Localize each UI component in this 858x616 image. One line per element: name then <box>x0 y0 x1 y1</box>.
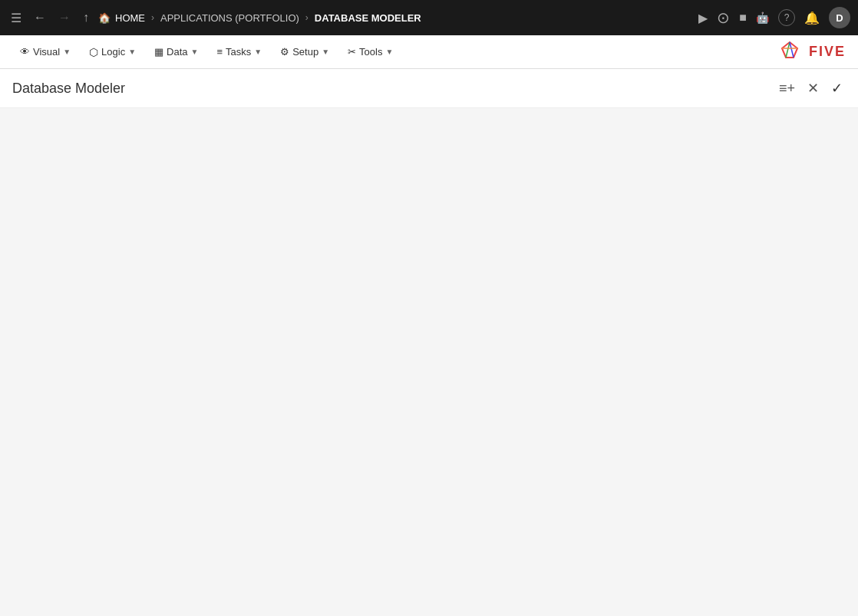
data-menu[interactable]: ▦ Data ▼ <box>147 41 206 62</box>
save-button[interactable]: ✓ <box>828 77 846 100</box>
breadcrumb-home[interactable]: 🏠 HOME <box>98 12 145 24</box>
top-navigation: ☰ ← → ↑ 🏠 HOME › APPLICATIONS (PORTFOLIO… <box>0 0 858 35</box>
five-logo <box>771 41 809 64</box>
breadcrumb-arrow-2: › <box>305 12 309 23</box>
five-logo-area: FIVE <box>771 41 846 64</box>
five-text: FIVE <box>809 44 846 60</box>
close-button[interactable]: ✕ <box>804 77 822 100</box>
forward-icon[interactable]: → <box>55 8 74 28</box>
logic-icon: ⬡ <box>89 46 98 58</box>
data-caret: ▼ <box>191 48 199 56</box>
tasks-menu[interactable]: ≡ Tasks ▼ <box>209 41 269 62</box>
back-icon[interactable]: ← <box>31 8 49 28</box>
breadcrumb-portfolio[interactable]: APPLICATIONS (PORTFOLIO) <box>160 12 299 24</box>
tools-caret: ▼ <box>385 48 393 56</box>
page-header: Database Modeler ≡+ ✕ ✓ <box>0 69 858 108</box>
tasks-icon: ≡ <box>216 46 223 58</box>
robot-icon[interactable]: 🤖 <box>756 12 769 24</box>
logic-caret: ▼ <box>128 48 136 56</box>
second-nav-left: 👁 Visual ▼ ⬡ Logic ▼ ▦ Data ▼ ≡ Tasks ▼ … <box>12 41 401 63</box>
menu-icon[interactable]: ☰ <box>8 8 25 28</box>
setup-menu[interactable]: ⚙ Setup ▼ <box>272 41 337 62</box>
data-icon: ▦ <box>154 46 163 58</box>
second-navigation: 👁 Visual ▼ ⬡ Logic ▼ ▦ Data ▼ ≡ Tasks ▼ … <box>0 35 858 69</box>
setup-icon: ⚙ <box>280 46 289 58</box>
tasks-caret: ▼ <box>254 48 262 56</box>
logic-menu[interactable]: ⬡ Logic ▼ <box>81 41 144 63</box>
breadcrumb-arrow-1: › <box>151 12 154 23</box>
page-actions: ≡+ ✕ ✓ <box>776 77 846 100</box>
visual-icon: 👁 <box>20 46 30 58</box>
page-title: Database Modeler <box>12 81 125 97</box>
help-icon[interactable]: ? <box>778 9 795 26</box>
tools-icon: ✂ <box>348 46 356 58</box>
user-avatar[interactable]: D <box>829 7 850 28</box>
preview-icon[interactable]: ⊙ <box>717 8 730 27</box>
add-table-button[interactable]: ≡+ <box>776 77 798 100</box>
tools-menu[interactable]: ✂ Tools ▼ <box>340 41 401 62</box>
up-icon[interactable]: ↑ <box>80 8 92 28</box>
bell-icon[interactable]: 🔔 <box>804 11 820 25</box>
nav-right-actions: ▶ ⊙ ■ 🤖 ? 🔔 D <box>698 7 850 28</box>
visual-caret: ▼ <box>63 48 71 56</box>
breadcrumb-current: DATABASE MODELER <box>315 12 421 24</box>
setup-caret: ▼ <box>322 48 329 56</box>
play-icon[interactable]: ▶ <box>698 11 708 25</box>
visual-menu[interactable]: 👁 Visual ▼ <box>12 41 78 62</box>
stop-icon[interactable]: ■ <box>739 11 747 25</box>
